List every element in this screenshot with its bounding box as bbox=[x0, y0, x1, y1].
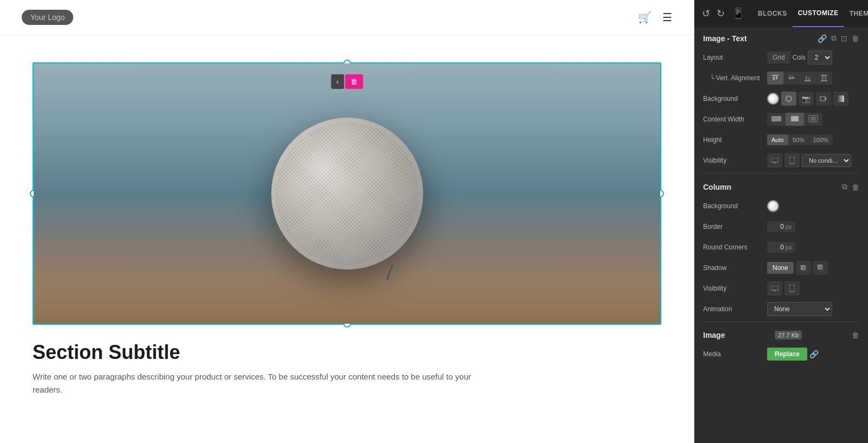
tab-blocks[interactable]: BLOCKS bbox=[752, 0, 793, 27]
column-icons: ⧉ 🗑 bbox=[842, 182, 859, 191]
cw-boxed-btn[interactable] bbox=[786, 113, 804, 126]
visibility-desktop-btn[interactable] bbox=[767, 153, 782, 168]
column-bg-swatch[interactable] bbox=[767, 200, 779, 212]
section-divider-1 bbox=[703, 173, 859, 174]
layout-grid-btn[interactable]: Grid bbox=[767, 52, 790, 63]
bg-video-btn[interactable] bbox=[816, 92, 831, 106]
cols-label: Cols bbox=[793, 54, 806, 61]
border-value-input[interactable] bbox=[770, 223, 784, 230]
bg-gradient-btn[interactable] bbox=[833, 92, 848, 106]
svg-rect-16 bbox=[838, 95, 844, 102]
vert-align-middle[interactable] bbox=[783, 72, 800, 85]
height-auto-btn[interactable]: Auto bbox=[767, 134, 788, 145]
column-background-row: Background bbox=[694, 196, 868, 216]
column-copy-btn[interactable]: ⧉ bbox=[842, 182, 847, 191]
image-placeholder bbox=[34, 63, 660, 324]
panel-tabs: BLOCKS CUSTOMIZE THEME bbox=[752, 0, 868, 27]
round-corners-label: Round Corners bbox=[703, 243, 763, 251]
shadow-row: Shadow None bbox=[694, 258, 868, 278]
svg-rect-1 bbox=[773, 76, 775, 80]
svg-rect-10 bbox=[821, 80, 827, 81]
animation-select[interactable]: None Fade In Slide Up bbox=[767, 302, 832, 316]
logo-area: Your Logo bbox=[22, 10, 73, 25]
content-width-controls bbox=[767, 113, 859, 126]
background-controls: 📷 bbox=[767, 92, 859, 106]
column-delete-btn[interactable]: 🗑 bbox=[852, 182, 859, 191]
section-body: Write one or two paragraphs describing y… bbox=[33, 370, 477, 396]
svg-rect-21 bbox=[771, 158, 778, 162]
height-50-btn[interactable]: 50% bbox=[788, 134, 809, 145]
visibility-mobile-btn[interactable] bbox=[784, 153, 800, 168]
svg-rect-14 bbox=[820, 97, 825, 101]
svg-rect-22 bbox=[774, 162, 776, 163]
section-divider-2 bbox=[703, 322, 859, 322]
bg-color-btn[interactable] bbox=[781, 92, 796, 106]
media-link-btn[interactable]: 🔗 bbox=[809, 350, 819, 358]
image-title: Image bbox=[703, 331, 725, 339]
tab-customize[interactable]: CUSTOMIZE bbox=[793, 0, 844, 27]
nav-icons: 🛒 ☰ bbox=[638, 11, 672, 24]
replace-button[interactable]: Replace bbox=[767, 348, 807, 361]
bg-color-swatch[interactable] bbox=[767, 93, 779, 105]
svg-rect-12 bbox=[825, 76, 826, 80]
expand-block-button[interactable]: › bbox=[331, 74, 344, 89]
background-label: Background bbox=[703, 95, 763, 102]
shadow-large-btn[interactable] bbox=[813, 261, 828, 275]
svg-rect-32 bbox=[791, 291, 793, 292]
svg-rect-28 bbox=[819, 266, 824, 271]
content-width-label: Content Width bbox=[703, 115, 763, 123]
visibility-condition-select[interactable]: No condi... bbox=[802, 154, 851, 167]
delete-section-btn[interactable]: 🗑 bbox=[852, 34, 859, 43]
layout-controls: Grid Cols 234 bbox=[767, 50, 859, 65]
column-background-label: Background bbox=[703, 202, 763, 210]
delete-block-button[interactable]: 🗑 bbox=[345, 74, 363, 89]
animation-controls: None Fade In Slide Up bbox=[767, 302, 859, 316]
vert-align-bottom[interactable] bbox=[800, 72, 816, 85]
visibility-row: Visibility No condi... bbox=[694, 150, 868, 171]
device-icon[interactable]: 📱 bbox=[731, 7, 745, 20]
round-corners-input-group: px bbox=[767, 242, 795, 253]
expand-icon-btn[interactable]: ⊡ bbox=[841, 34, 847, 43]
media-controls: Replace 🔗 bbox=[767, 348, 859, 361]
bg-image-btn[interactable]: 📷 bbox=[799, 92, 814, 106]
column-bg-controls bbox=[767, 200, 859, 212]
column-border-controls: px bbox=[767, 221, 859, 232]
animation-row: Animation None Fade In Slide Up bbox=[694, 299, 868, 319]
shadow-none-btn[interactable]: None bbox=[767, 262, 794, 274]
round-corners-row: Round Corners px bbox=[694, 237, 868, 258]
column-title: Column bbox=[703, 183, 731, 191]
col-vis-desktop-btn[interactable] bbox=[767, 281, 782, 296]
svg-rect-24 bbox=[791, 163, 793, 164]
visibility-label: Visibility bbox=[703, 157, 763, 164]
cw-full-btn[interactable] bbox=[767, 113, 786, 126]
vert-align-stretch[interactable] bbox=[816, 72, 832, 85]
layout-label: Layout bbox=[703, 54, 763, 61]
cols-select[interactable]: 234 bbox=[808, 50, 832, 65]
shadow-small-btn[interactable] bbox=[796, 261, 811, 275]
right-panel: ↺ ↻ 📱 BLOCKS CUSTOMIZE THEME Discard Sav… bbox=[694, 0, 868, 443]
border-input-group: px bbox=[767, 221, 795, 232]
tab-theme[interactable]: THEME bbox=[844, 0, 868, 27]
logo-badge: Your Logo bbox=[22, 10, 73, 25]
height-100-btn[interactable]: 100% bbox=[809, 134, 833, 145]
vert-align-top[interactable] bbox=[767, 72, 783, 85]
cart-icon[interactable]: 🛒 bbox=[638, 11, 652, 24]
copy-icon-btn[interactable]: ⧉ bbox=[831, 34, 837, 43]
animation-label: Animation bbox=[703, 305, 763, 313]
svg-rect-5 bbox=[792, 76, 794, 79]
svg-point-13 bbox=[786, 96, 792, 101]
logo-your: Your bbox=[30, 13, 46, 22]
menu-icon[interactable]: ☰ bbox=[662, 11, 672, 24]
media-label: Media bbox=[703, 350, 763, 358]
round-corners-value-input[interactable] bbox=[770, 243, 784, 251]
image-block-wrapper[interactable] bbox=[33, 62, 661, 325]
col-vis-mobile-btn[interactable] bbox=[784, 281, 800, 296]
svg-marker-15 bbox=[825, 97, 827, 100]
image-delete-btn[interactable]: 🗑 bbox=[852, 331, 859, 339]
svg-rect-29 bbox=[771, 286, 778, 290]
svg-rect-0 bbox=[772, 75, 778, 76]
cw-padded-btn[interactable] bbox=[804, 113, 822, 126]
link-icon-btn[interactable]: 🔗 bbox=[818, 34, 827, 43]
redo-button[interactable]: ↻ bbox=[717, 8, 725, 20]
undo-button[interactable]: ↺ bbox=[702, 8, 710, 20]
